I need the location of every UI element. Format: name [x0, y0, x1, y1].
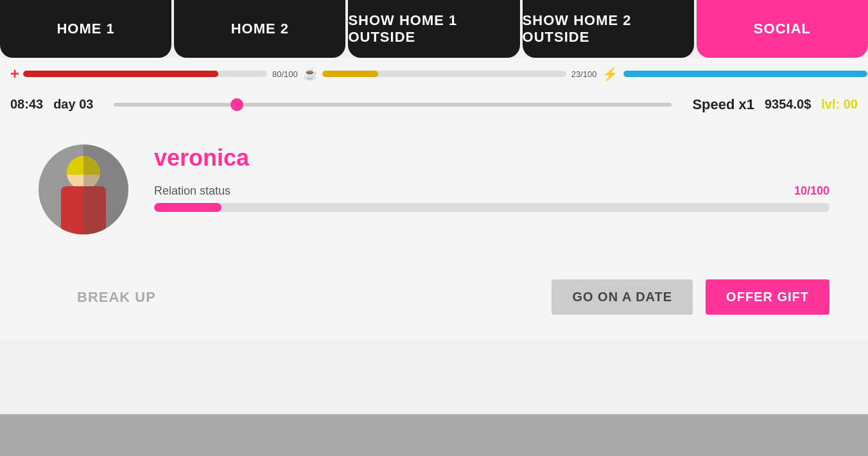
- health-section: + 80/100: [10, 66, 298, 82]
- relation-section: Relation status 10/100: [154, 184, 829, 212]
- status-bar: + 80/100 ☕ 23/100 ⚡ 100/100: [0, 58, 868, 90]
- go-on-date-button[interactable]: GO ON A DATE: [551, 279, 693, 315]
- action-section: BREAK UP GO ON A DATE OFFER GIFT: [39, 279, 829, 315]
- speed-display: Speed x1: [692, 96, 754, 113]
- relation-bar: [154, 203, 829, 212]
- timeline-thumb[interactable]: [230, 98, 243, 111]
- nav-home1[interactable]: HOME 1: [0, 0, 171, 58]
- nav-social[interactable]: SOCIAL: [697, 0, 868, 58]
- level-display: lvl: 00: [821, 97, 858, 112]
- energy-bar-fill: [623, 71, 867, 77]
- health-bar-fill: [23, 71, 218, 77]
- energy-bar: [623, 71, 867, 77]
- food-label: 23/100: [571, 69, 597, 79]
- timeline-container[interactable]: [114, 103, 672, 107]
- food-section: ☕ 23/100: [303, 67, 597, 81]
- energy-section: ⚡ 100/100: [602, 66, 868, 82]
- avatar: [39, 145, 128, 234]
- relation-label: Relation status: [154, 184, 230, 198]
- nav-show-home1[interactable]: SHOW HOME 1 OUTSIDE: [348, 0, 519, 58]
- avatar-shadow: [83, 145, 128, 234]
- clock-display: 08:43: [10, 97, 43, 112]
- timeline-track: [114, 103, 672, 107]
- food-bar: [322, 71, 566, 77]
- navigation: HOME 1 HOME 2 SHOW HOME 1 OUTSIDE SHOW H…: [0, 0, 868, 58]
- money-display: 9354.0$: [765, 97, 811, 112]
- day-display: day 03: [53, 97, 93, 112]
- character-name: veronica: [154, 145, 829, 171]
- nav-home2[interactable]: HOME 2: [174, 0, 345, 58]
- nav-show-home2[interactable]: SHOW HOME 2 OUTSIDE: [523, 0, 694, 58]
- relation-bar-fill: [154, 203, 221, 212]
- break-up-button[interactable]: BREAK UP: [77, 289, 156, 306]
- character-section: veronica Relation status 10/100: [39, 145, 829, 234]
- health-bar-container: 80/100: [23, 69, 298, 79]
- offer-gift-button[interactable]: OFFER GIFT: [706, 279, 829, 315]
- health-plus-icon: +: [10, 66, 19, 82]
- energy-bolt-icon: ⚡: [602, 66, 618, 82]
- time-bar: 08:43 day 03 Speed x1 9354.0$ lvl: 00: [0, 90, 868, 119]
- relation-header: Relation status 10/100: [154, 184, 829, 198]
- food-icon: ☕: [303, 67, 317, 81]
- food-bar-fill: [322, 71, 378, 77]
- relation-score: 10/100: [794, 184, 829, 198]
- health-label: 80/100: [272, 69, 298, 79]
- character-info: veronica Relation status 10/100: [154, 145, 829, 212]
- bottom-area: [0, 414, 868, 456]
- health-bar: [23, 71, 267, 77]
- main-content: veronica Relation status 10/100 BREAK UP…: [0, 119, 868, 340]
